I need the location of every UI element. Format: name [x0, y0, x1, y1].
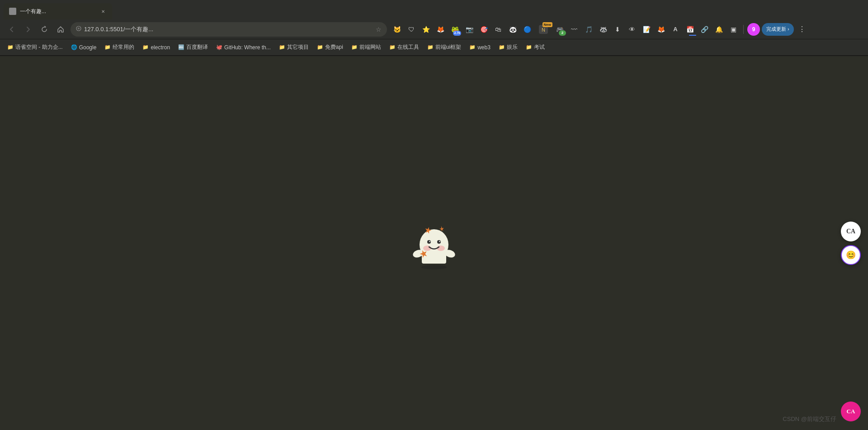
- ext-note-icon[interactable]: 📝: [640, 23, 653, 36]
- bookmark-freeapi-icon: 📁: [317, 44, 323, 50]
- bookmark-baidu-label: 百度翻译: [186, 43, 208, 51]
- bookmark-freeapi-label: 免费api: [325, 43, 343, 51]
- profile-number: 9: [752, 26, 755, 33]
- active-tab[interactable]: 一个有趣... ✕: [4, 3, 112, 19]
- bookmark-ui-icon: 📁: [427, 44, 434, 50]
- profile-button[interactable]: 9: [747, 23, 760, 36]
- ext-fox-icon[interactable]: 🦊: [434, 23, 447, 36]
- ext-camera-icon[interactable]: 📷: [463, 23, 476, 36]
- translate-icon: CA: [846, 228, 855, 235]
- chat-icon: 😊: [846, 250, 856, 260]
- ext-panda-icon[interactable]: 🐼: [506, 23, 519, 36]
- bookmark-ui-label: 前端ui框架: [435, 43, 461, 51]
- ext-blue-icon[interactable]: 🔵: [521, 23, 533, 36]
- ext-wave-icon[interactable]: 〰: [568, 23, 580, 36]
- ext-download-icon[interactable]: ⬇: [611, 23, 624, 36]
- bookmark-web3[interactable]: 📁 web3: [466, 43, 494, 52]
- bookmark-exam-icon: 📁: [526, 44, 532, 50]
- ghost-mascot: [398, 207, 470, 279]
- bookmark-baidu[interactable]: 🔤 百度翻译: [175, 42, 212, 53]
- ext-letter-icon[interactable]: A: [669, 23, 682, 36]
- tab-favicon: [9, 8, 16, 15]
- bookmark-frontend[interactable]: 📁 前端网站: [348, 42, 385, 53]
- ext-link-icon[interactable]: 🔗: [698, 23, 711, 36]
- bookmark-common-icon: 📁: [104, 44, 111, 50]
- forward-button[interactable]: [22, 23, 34, 36]
- ext-target-icon[interactable]: 🎯: [477, 23, 490, 36]
- ghost-svg: [405, 214, 463, 273]
- update-button[interactable]: 完成更新 ›: [762, 23, 794, 36]
- ext-star-icon[interactable]: ⭐: [420, 23, 432, 36]
- bookmark-common-label: 经常用的: [113, 43, 134, 51]
- toolbar-separator: [743, 25, 744, 34]
- bookmark-frontend-icon: 📁: [351, 44, 358, 50]
- bookmark-ui[interactable]: 📁 前端ui框架: [424, 42, 465, 53]
- bookmark-folder-icon: 📁: [7, 44, 14, 50]
- ext-fox2-icon[interactable]: 🦊: [655, 23, 667, 36]
- bookmark-entertainment-icon: 📁: [499, 44, 505, 50]
- bookmark-other-label: 其它项目: [287, 43, 309, 51]
- ext-music-icon[interactable]: 🎵: [582, 23, 595, 36]
- bookmark-exam-label: 考试: [534, 43, 545, 51]
- bookmark-yuque[interactable]: 📁 语雀空间 - 助力企...: [4, 42, 66, 53]
- bookmark-github-icon: 🐙: [216, 44, 222, 50]
- bookmark-frontend-label: 前端网站: [359, 43, 381, 51]
- reload-button[interactable]: [38, 23, 51, 36]
- ext-shield-icon[interactable]: 🛡: [405, 23, 418, 36]
- bookmark-freeapi[interactable]: 📁 免费api: [313, 42, 347, 53]
- menu-button[interactable]: ⋮: [796, 23, 808, 36]
- bookmark-star-button[interactable]: ☆: [376, 26, 382, 33]
- home-button[interactable]: [54, 23, 67, 36]
- ext-eye-icon[interactable]: 👁: [626, 23, 638, 36]
- bookmark-other[interactable]: 📁 其它项目: [275, 42, 312, 53]
- svg-point-4: [421, 265, 447, 269]
- bookmark-tools-icon: 📁: [389, 44, 396, 50]
- url-text: 127.0.0.1:5501/一个有趣...: [84, 25, 373, 33]
- bookmark-baidu-icon: 🔤: [178, 44, 184, 50]
- address-bar[interactable]: 127.0.0.1:5501/一个有趣... ☆: [71, 22, 387, 37]
- svg-point-13: [429, 241, 430, 242]
- ext-game-icon[interactable]: 🎮 2: [553, 23, 566, 36]
- floating-right-buttons: CA 😊: [841, 222, 861, 265]
- tab-title: 一个有趣...: [20, 8, 96, 15]
- bookmark-exam[interactable]: 📁 考试: [522, 42, 548, 53]
- security-icon: [76, 26, 81, 33]
- bookmark-github[interactable]: 🐙 GitHub: Where th...: [212, 43, 274, 52]
- bookmark-electron[interactable]: 📁 electron: [139, 43, 174, 52]
- back-button[interactable]: [5, 23, 18, 36]
- bookmark-github-label: GitHub: Where th...: [224, 44, 271, 51]
- ext-bell-icon[interactable]: 🔔: [712, 23, 725, 36]
- csdn-float-icon: CA: [847, 408, 855, 415]
- browser-chrome: 一个有趣... ✕ 127.0.0.1:5501/一个有趣... ☆: [0, 0, 868, 56]
- ext-frog-icon[interactable]: 🐸 2.7k: [448, 23, 461, 36]
- frog-badge: 2.7k: [453, 31, 461, 35]
- bookmark-google[interactable]: 🌐 Google: [67, 43, 100, 52]
- ext-raccoon-icon[interactable]: 🦝: [597, 23, 609, 36]
- tab-close-button[interactable]: ✕: [99, 8, 107, 15]
- calendar-badge: [689, 35, 696, 36]
- new-badge-label: New: [542, 22, 552, 28]
- bookmark-web3-icon: 📁: [469, 44, 476, 50]
- bookmark-tools[interactable]: 📁 在线工具: [386, 42, 423, 53]
- translate-float-button[interactable]: CA: [841, 222, 861, 241]
- game-badge: 2: [559, 30, 566, 36]
- bookmark-google-icon: 🌐: [71, 44, 77, 50]
- ext-calendar-icon[interactable]: 📅: [684, 23, 696, 36]
- ext-new-icon[interactable]: N New: [535, 23, 552, 36]
- ext-grid-icon[interactable]: ▣: [727, 23, 740, 36]
- bookmark-electron-label: electron: [151, 44, 170, 51]
- bookmark-tools-label: 在线工具: [397, 43, 419, 51]
- bookmark-entertainment-label: 娱乐: [507, 43, 518, 51]
- svg-point-14: [439, 241, 440, 242]
- ext-bag-icon[interactable]: 🛍: [492, 23, 505, 36]
- bookmark-web3-label: web3: [477, 44, 491, 51]
- bookmark-common[interactable]: 📁 经常用的: [101, 42, 138, 53]
- page-content: CA 😊 CA CSDN @前端交互仔: [0, 56, 868, 430]
- csdn-float-button[interactable]: CA: [841, 402, 861, 421]
- bookmark-entertainment[interactable]: 📁 娱乐: [495, 42, 521, 53]
- chat-float-button[interactable]: 😊: [841, 245, 861, 265]
- svg-point-0: [10, 9, 15, 14]
- extensions-area: 🐱 🛡 ⭐ 🦊 🐸 2.7k 📷 🎯 🛍 🐼 🔵 N New 🎮 2 〰: [391, 23, 808, 36]
- ext-cat-icon[interactable]: 🐱: [391, 23, 403, 36]
- bookmark-yuque-label: 语雀空间 - 助力企...: [15, 43, 63, 51]
